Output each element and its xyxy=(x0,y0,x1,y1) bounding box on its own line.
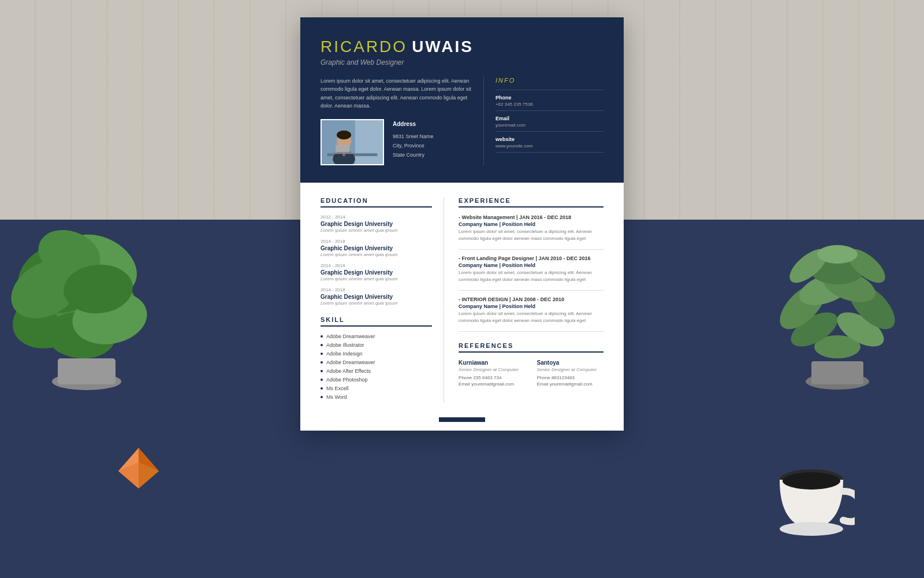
exp-title-1: - Website Management | JAN 2016 - DEC 20… xyxy=(459,214,603,220)
body-right-col: EXPERIENCE - Website Management | JAN 20… xyxy=(459,197,603,403)
email-label: Email xyxy=(495,116,603,121)
education-title: EDUCATION xyxy=(321,197,432,204)
address-block: Address 9831 Sreet Name City, Province S… xyxy=(393,119,434,160)
exp-divider-1 xyxy=(459,249,603,250)
plant-right xyxy=(751,116,924,405)
exp-company-1: Company Name | Position Held xyxy=(459,221,603,227)
skill-label-1: Adobe Dreamweaver xyxy=(326,334,375,339)
skill-dot-2 xyxy=(321,344,323,346)
exp-desc-1: Lorem ipsum dolor sit amet, consectetuer… xyxy=(459,228,603,242)
phone-value: +62 345 235 7536 xyxy=(495,102,603,107)
bio-text: Lorem ipsum dolor sit amet, consectetuer… xyxy=(321,77,472,110)
edu-period-3: 2014 - 2018 xyxy=(321,263,432,268)
skill-item-1: Adobe Dreamweaver xyxy=(321,334,432,339)
address-label: Address xyxy=(393,119,434,129)
body-left-col: EDUCATION 2012 - 2014 Graphic Design Uni… xyxy=(321,197,444,403)
skill-dot-1 xyxy=(321,335,323,338)
svg-rect-40 xyxy=(336,144,349,152)
ref-name-1: Kurniawan xyxy=(459,360,525,366)
experience-section: EXPERIENCE - Website Management | JAN 20… xyxy=(459,197,603,332)
skill-label-3: Adobe Indesign xyxy=(326,351,363,357)
header-left-col: Lorem ipsum dolor sit amet, consectetuer… xyxy=(321,77,472,165)
address-line2: City, Province xyxy=(393,141,434,150)
ref-phone-1: Phone 235 6463 734 xyxy=(459,375,525,380)
resume-document: RICARDO UWAIS Graphic and Web Designer L… xyxy=(300,17,624,431)
skill-dot-3 xyxy=(321,353,323,355)
ref-col-2: Santoya Senior Designer at Computer Phon… xyxy=(537,360,603,388)
edu-desc-4: Lorem ipsum omnim amet quia ipsum xyxy=(321,301,432,306)
origami-decoration xyxy=(116,445,162,491)
edu-desc-3: Lorem ipsum omnim amet quia ipsum xyxy=(321,276,432,281)
education-divider xyxy=(321,206,432,208)
info-divider-3 xyxy=(495,131,603,132)
skill-label-8: Ms Word xyxy=(326,394,347,400)
references-title: REFERENCES xyxy=(459,342,603,349)
resume-footer xyxy=(300,417,624,431)
last-name: UWAIS xyxy=(412,38,474,56)
ref-phone-2: Phone 863123483 xyxy=(537,375,603,380)
resume-header: RICARDO UWAIS Graphic and Web Designer L… xyxy=(300,17,624,183)
exp-desc-2: Lorem ipsum dolor sit amet, consectetuer… xyxy=(459,269,603,283)
skill-dot-5 xyxy=(321,370,323,372)
skill-label-6: Adobe Photoshop xyxy=(326,377,368,383)
experience-divider xyxy=(459,206,603,208)
photo-address-row: Address 9831 Sreet Name City, Province S… xyxy=(321,119,472,165)
svg-point-25 xyxy=(780,522,843,536)
exp-entry-3: - INTERIOR DESIGN | JAN 2008 - DEC 2010 … xyxy=(459,297,603,324)
info-title: INFO xyxy=(495,77,603,84)
info-divider-1 xyxy=(495,90,603,90)
skill-label-4: Adobe Dreamweaver xyxy=(326,360,375,365)
skill-dot-7 xyxy=(321,387,323,390)
ref-email-2: Email youremaiItgmail.com xyxy=(537,381,603,387)
ref-pos-2: Senior Designer at Computer xyxy=(537,367,603,372)
skill-item-4: Adobe Dreamweaver xyxy=(321,360,432,365)
skill-item-8: Ms Word xyxy=(321,394,432,400)
exp-desc-3: Lorem ipsum dolor sit amet, consectetuer… xyxy=(459,310,603,324)
exp-divider-2 xyxy=(459,290,603,291)
edu-school-1: Graphic Design University xyxy=(321,221,432,227)
resume-body: EDUCATION 2012 - 2014 Graphic Design Uni… xyxy=(300,183,624,417)
header-right-col: INFO Phone +62 345 235 7536 Email yourem… xyxy=(483,77,603,165)
exp-entry-2: - Front Landing Page Designer | JAN 2010… xyxy=(459,255,603,283)
address-line3: State Country xyxy=(393,150,434,160)
plant-left xyxy=(0,116,173,405)
exp-company-2: Company Name | Position Held xyxy=(459,262,603,268)
svg-point-38 xyxy=(337,130,351,139)
skill-dot-8 xyxy=(321,396,323,398)
exp-title-3: - INTERIOR DESIGN | JAN 2008 - DEC 2010 xyxy=(459,297,603,302)
job-title: Graphic and Web Designer xyxy=(321,58,603,66)
profile-photo xyxy=(321,119,384,165)
skill-label-2: Adobe Illustrator xyxy=(326,342,364,348)
experience-title: EXPERIENCE xyxy=(459,197,603,204)
edu-period-2: 2014 - 2018 xyxy=(321,239,432,244)
svg-point-26 xyxy=(783,472,840,490)
phone-label: Phone xyxy=(495,95,603,101)
ref-pos-1: Senior Designer at Computer xyxy=(459,367,525,372)
edu-period-1: 2012 - 2014 xyxy=(321,214,432,220)
svg-rect-39 xyxy=(333,152,352,154)
svg-rect-12 xyxy=(811,361,863,384)
header-body: Lorem ipsum dolor sit amet, consectetuer… xyxy=(321,77,603,165)
edu-school-3: Graphic Design University xyxy=(321,269,432,276)
coffee-cup xyxy=(774,462,855,543)
first-name: RICARDO xyxy=(321,38,407,56)
ref-cols: Kurniawan Senior Designer at Computer Ph… xyxy=(459,360,603,388)
skill-divider xyxy=(321,325,432,327)
edu-desc-2: Lorem ipsum omnim amet quia ipsum xyxy=(321,252,432,257)
ref-email-1: Email youremaiItgmail.com xyxy=(459,381,525,387)
references-divider xyxy=(459,351,603,353)
skill-item-6: Adobe Photoshop xyxy=(321,377,432,383)
skill-item-7: Ms Excell xyxy=(321,386,432,391)
skill-label-5: Adobe After Effects xyxy=(326,368,371,374)
exp-divider-3 xyxy=(459,331,603,332)
svg-rect-1 xyxy=(58,358,116,384)
skill-dot-4 xyxy=(321,361,323,364)
skill-title: SKILL xyxy=(321,316,432,323)
skill-label-7: Ms Excell xyxy=(326,386,349,391)
edu-school-2: Graphic Design University xyxy=(321,245,432,251)
ref-name-2: Santoya xyxy=(537,360,603,366)
edu-school-4: Graphic Design University xyxy=(321,294,432,300)
svg-rect-33 xyxy=(355,120,383,164)
exp-title-2: - Front Landing Page Designer | JAN 2010… xyxy=(459,255,603,261)
skill-dot-6 xyxy=(321,379,323,381)
